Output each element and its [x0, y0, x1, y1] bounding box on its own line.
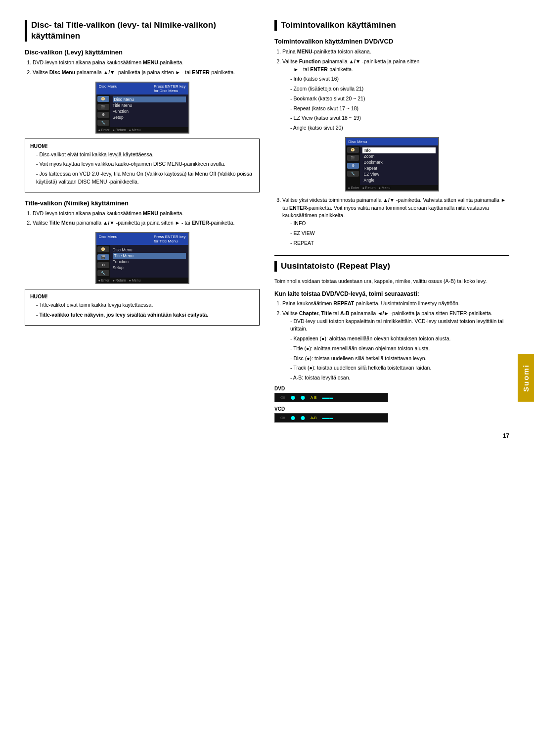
- left-column: Disc- tal Title-valikon (levy- tai Nimik…: [25, 20, 260, 423]
- t-setup-icon: 🔧: [97, 270, 109, 276]
- dvd-sub-3: Title (●): aloittaa meneillään olevan oh…: [290, 345, 509, 353]
- disc-heading: Disc-valikon (Levy) käyttäminen: [25, 48, 260, 56]
- title-screen-header-right: Press ENTER keyfor Title Menu: [154, 235, 185, 243]
- note2-item-2: Title-valikko tulee näkyvin, jos levy si…: [36, 311, 254, 319]
- section-divider: [274, 255, 509, 256]
- t-disc-menu-item: Disc Menu: [113, 247, 186, 253]
- setup-icon: 🔧: [97, 120, 109, 126]
- step3-info: INFO: [290, 220, 509, 228]
- f-title-icon: 🎬: [347, 155, 359, 161]
- disc-menu-item: Disc Menu: [113, 96, 186, 102]
- note-title-2: HUOM!: [30, 293, 254, 299]
- title-screen-header: Disc Menu Press ENTER keyfor Title Menu: [96, 233, 188, 245]
- function-screen: Disc Menu 📀 🎬 ⚙ 🔧 Info Zoom Bookmark Rep…: [274, 137, 509, 191]
- title-screen-right-content: Disc Menu Title Menu Function Setup: [110, 245, 188, 278]
- dvd-extra: ▬▬▬: [320, 395, 335, 400]
- step3-repeat: REPEAT: [290, 239, 509, 247]
- vcd-repeat-bar: Off ⬤ ⬤ A-B ▬▬▬: [274, 413, 388, 423]
- left-title: Disc- tal Title-valikon (levy- tai Nimik…: [25, 20, 260, 42]
- sub-ezview: EZ View (katso sivut 18 ~ 19): [290, 114, 509, 122]
- t-setup-item: Setup: [113, 265, 186, 271]
- f-function-icon: ⚙: [347, 163, 359, 169]
- title-step-2: Valitse Title Menu painamalla ▲/▼ -paini…: [33, 219, 260, 227]
- screen-body: 📀 🎬 ⚙ 🔧 Disc Menu Title Menu Function Se…: [96, 94, 188, 127]
- function-step3: Valitse yksi viidestä toiminnosta painam…: [274, 196, 509, 247]
- repeat-title: Uusintatoisto (Repeat Play): [274, 261, 509, 272]
- repeat-intro: Toiminnolla voidaan toistaa uudestaan ur…: [274, 278, 509, 285]
- dvd-sub-2: Kappaleen (●): aloittaa meneillään oleva…: [290, 335, 509, 343]
- title-screen-footer: ● Enter ● Return ● Menu: [96, 278, 188, 283]
- note-list-2: Title-valikot eivät toimi kaikka levyjä …: [30, 301, 254, 319]
- step3-ezview: EZ VIEW: [290, 230, 509, 237]
- disc-menu-icon: 📀: [97, 96, 109, 102]
- sub-bookmark: Bookmark (katso sivut 20 ~ 21): [290, 95, 509, 103]
- t-title-menu-item: Title Menu: [113, 253, 186, 259]
- sub-repeat: Repeat (katso sivut 17 ~ 18): [290, 105, 509, 113]
- disc-menu-screen: Disc Menu Press ENTER keyfor Disc Menu 📀…: [25, 82, 260, 134]
- title-screen-left-icons: 📀 🎬 ⚙ 🔧: [96, 245, 110, 278]
- sub-zoom: Zoom (lisätietoja on sivulla 21): [290, 85, 509, 93]
- footer-menu: ● Menu: [129, 128, 141, 132]
- dvd-sub-6: A-B: toistaa levyltä osan.: [290, 374, 509, 382]
- function-step2-sub: ► - tai ENTER-painiketta. Info (katso si…: [282, 66, 509, 132]
- dvd-label: DVD: [274, 386, 509, 391]
- dvd-repeat-heading: Kun laite toistaa DVD/VCD-levyä, toimi s…: [274, 290, 509, 297]
- f-ezview-item: EZ View: [362, 171, 436, 177]
- note-item-3: Jos laitteessa on VCD 2.0 -levy, tila Me…: [36, 170, 254, 186]
- dvd-ab: A-B: [309, 395, 318, 400]
- screen-header: Disc Menu Press ENTER keyfor Disc Menu: [96, 83, 188, 94]
- dvd-title: ⬤: [299, 395, 307, 400]
- sub-enter: ► - tai ENTER-painiketta.: [290, 66, 509, 74]
- function-heading: Toimintovalikon käyttäminen DVD/VCD: [274, 38, 509, 45]
- sidebar-label: Suomi: [518, 354, 534, 402]
- vcd-label: VCD: [274, 406, 509, 412]
- function-step-2: Valitse Function painamalla ▲/▼ -painike…: [282, 58, 509, 132]
- f-repeat-item: Repeat: [362, 165, 436, 171]
- note-list-1: Disc-valikot eivät toimi kaikka levyjä k…: [30, 151, 254, 186]
- note-box-1: HUOM! Disc-valikot eivät toimi kaikka le…: [25, 139, 260, 192]
- dvd-step2-sub: DVD-levy uusii toiston kappaleittain tai…: [282, 318, 509, 382]
- dvd-chapter: ⬤: [289, 395, 297, 400]
- dvd-sub-1: DVD-levy uusii toiston kappaleittain tai…: [290, 318, 509, 333]
- note-item-1: Disc-valikot eivät toimi kaikka levyjä k…: [36, 151, 254, 159]
- disc-steps: DVD-levyn toiston aikana paina kaukosäät…: [25, 59, 260, 77]
- f-disc-icon: 📀: [347, 147, 359, 153]
- t-footer-menu: ● Menu: [129, 279, 141, 282]
- page-container: Disc- tal Title-valikon (levy- tai Nimik…: [25, 20, 509, 423]
- title-menu-item: Title Menu: [113, 102, 186, 108]
- right-title: Toimintovalikon käyttäminen: [274, 20, 509, 31]
- note-title-1: HUOM!: [30, 143, 254, 149]
- screen-header-left: Disc Menu: [99, 84, 118, 93]
- t-footer-enter: ● Enter: [98, 279, 110, 282]
- t-footer-return: ● Return: [112, 279, 126, 282]
- vcd-off: Off: [279, 416, 287, 420]
- dvd-off: Off: [279, 395, 287, 400]
- note-box-2: HUOM! Title-valikot eivät toimi kaikka l…: [25, 289, 260, 326]
- function-screen-body: 📀 🎬 ⚙ 🔧 Info Zoom Bookmark Repeat EZ Vie…: [346, 145, 438, 185]
- disc-menu-display: Disc Menu Press ENTER keyfor Disc Menu 📀…: [95, 82, 189, 134]
- function-display: Disc Menu 📀 🎬 ⚙ 🔧 Info Zoom Bookmark Rep…: [345, 137, 439, 191]
- title-screen-header-left: Disc Menu: [99, 235, 118, 243]
- f-zoom-item: Zoom: [362, 153, 436, 159]
- t-function-item: Function: [113, 259, 186, 265]
- dvd-repeat-bar: Off ⬤ ⬤ A-B ▬▬▬: [274, 393, 388, 402]
- setup-item: Setup: [113, 114, 186, 120]
- t-function-icon: ⚙: [97, 262, 109, 268]
- title-menu-icon: 🎬: [97, 104, 109, 110]
- f-footer-enter: ● Enter: [348, 186, 359, 189]
- f-setup-icon: 🔧: [347, 171, 359, 177]
- title-heading: Title-valikon (Nimike) käyttäminen: [25, 199, 260, 207]
- screen-footer: ● Enter ● Return ● Menu: [96, 127, 188, 133]
- function-step-1: Paina MENU-painiketta toiston aikana.: [282, 48, 509, 56]
- function-left-icons: 📀 🎬 ⚙ 🔧: [346, 145, 360, 185]
- f-angle-item: Angle: [362, 177, 436, 183]
- footer-return: ● Return: [112, 128, 126, 132]
- disc-step-2: Valitse Disc Menu painamalla ▲/▼ -painik…: [33, 69, 260, 77]
- f-footer-return: ● Return: [362, 186, 375, 189]
- title-screen-body: 📀 🎬 ⚙ 🔧 Disc Menu Title Menu Function Se…: [96, 245, 188, 278]
- vcd-track: ⬤: [289, 416, 297, 420]
- f-footer-menu: ● Menu: [379, 186, 391, 189]
- footer-enter: ● Enter: [98, 128, 110, 132]
- sub-info: Info (katso sivut 16): [290, 75, 509, 83]
- vcd-extra: ▬▬▬: [320, 416, 335, 420]
